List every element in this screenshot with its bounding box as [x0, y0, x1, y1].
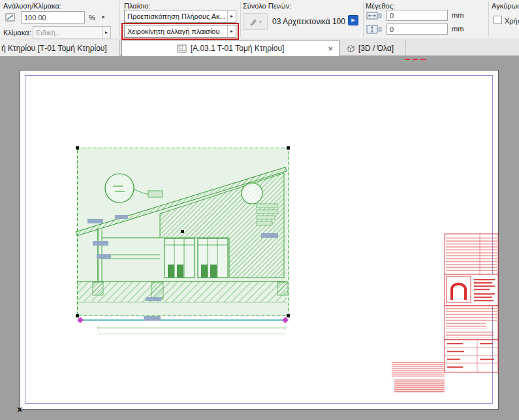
width-unit-label: mm: [452, 11, 464, 19]
selection-handle: [76, 146, 79, 150]
footing: [151, 282, 163, 299]
tab-close-button[interactable]: ×: [328, 44, 333, 54]
title-block-text-rows: [446, 236, 497, 272]
scale-flyout-arrow: ▸: [102, 27, 110, 39]
zoom-flyout-button[interactable]: ▸: [99, 11, 108, 23]
tab-layout-label: [A.03.1 T-01 Τομή Κτηρίου]: [191, 44, 285, 53]
width-value-input[interactable]: [386, 10, 448, 21]
toolbar-separator: [119, 1, 120, 37]
width-icon: [366, 10, 383, 21]
selection-handle: [181, 230, 184, 233]
manual-frame-change-button[interactable]: Χειροκίνητη αλλαγή πλαισίου ▸: [124, 25, 236, 38]
ground-hatch: [78, 282, 287, 302]
percent-label: %: [89, 14, 95, 22]
toolbar-separator: [488, 1, 489, 37]
pen-icon: [249, 17, 258, 26]
placed-section-drawing[interactable]: [76, 146, 290, 317]
tab-section-view[interactable]: ή Κτηρίου [Τ-01 Τομή Κτηρίου]: [0, 40, 120, 56]
scale-section-label: Ανάλυση/Κλίμακα:: [3, 2, 61, 10]
footing: [277, 282, 288, 295]
toolbar-separator: [240, 1, 241, 37]
frame-section-label: Πλαίσιο:: [124, 2, 151, 10]
logo-box: [447, 276, 471, 302]
layout-tab-icon: [177, 44, 187, 53]
layout-origin-marker: ×: [17, 404, 22, 415]
frame-preview-flyout-arrow: ▸: [227, 10, 236, 22]
tab-3d-label: [3D / Όλα]: [358, 44, 394, 53]
layout-canvas[interactable]: ×: [0, 56, 519, 420]
tab-bar: ή Κτηρίου [Τ-01 Τομή Κτηρίου] [A.03.1 T-…: [0, 39, 519, 56]
tab-layout-active[interactable]: [A.03.1 T-01 Τομή Κτηρίου] ×: [121, 40, 339, 56]
size-section-label: Μέγεθος:: [366, 2, 395, 10]
pen-set-value: 03 Αρχιτεκτονικά 100: [272, 17, 345, 26]
selection-handle: [287, 314, 290, 317]
frame-preview-button[interactable]: Προεπισκόπηση Πλήρους Ακ... ▸: [124, 10, 236, 23]
tab-3d[interactable]: [3D / Όλα]: [341, 40, 406, 56]
dimension-text-block: [144, 316, 161, 321]
layout-sheet[interactable]: [20, 70, 499, 410]
toolbar-separator: [363, 1, 364, 37]
drawing-size-icon: [5, 12, 19, 24]
anchor-use-label: Χρήση: [505, 17, 519, 25]
selection-handle: [287, 146, 290, 150]
tree-symbol: [242, 183, 262, 204]
selection-handle: [76, 314, 79, 317]
3d-cube-icon: [346, 44, 355, 53]
red-dash-marks: [405, 59, 426, 60]
pen-dropdown-arrow: ▾: [259, 20, 262, 24]
pen-set-open-button[interactable]: ▶: [348, 15, 358, 25]
anchor-use-checkbox[interactable]: [494, 16, 502, 24]
scale-label: Κλίμακα:: [3, 29, 31, 37]
drawing-settings-toolbar: Ανάλυση/Κλίμακα: % ▸ Κλίμακα: Ειδική... …: [0, 0, 519, 39]
footing: [93, 282, 103, 295]
tab-section-view-label: ή Κτηρίου [Τ-01 Τομή Κτηρίου]: [1, 44, 107, 53]
height-value-input[interactable]: [386, 24, 448, 35]
anchor-section-label: Αγκύρωση:: [492, 2, 519, 10]
pen-set-section-label: Σύνολο Πενών:: [243, 2, 291, 10]
layout-sheet-svg: [20, 70, 499, 410]
zoom-value-input[interactable]: [21, 11, 85, 24]
height-icon: [366, 24, 383, 35]
pen-set-icon-button[interactable]: ▾: [243, 13, 268, 30]
height-unit-label: mm: [452, 25, 464, 33]
scale-dropdown[interactable]: Ειδική... ▸: [33, 26, 111, 39]
archicad-window: Ανάλυση/Κλίμακα: % ▸ Κλίμακα: Ειδική... …: [0, 0, 519, 420]
manual-frame-flyout-arrow: ▸: [227, 25, 236, 37]
